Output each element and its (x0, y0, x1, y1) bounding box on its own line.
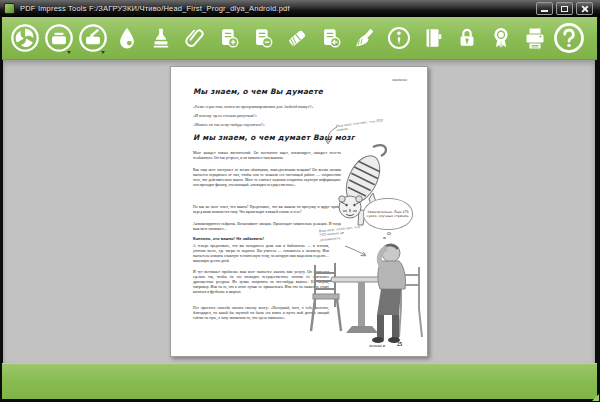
resize-grip[interactable] (592, 394, 599, 401)
emphasis-line: Конечно, это важно! Не забывать! (193, 236, 264, 241)
lock-icon (455, 26, 479, 50)
printer-icon (522, 25, 548, 51)
quote-line: «Разве серьезные книги по программирован… (193, 104, 313, 109)
import-document-button[interactable] (76, 19, 110, 57)
insert-pages-button[interactable] (212, 19, 246, 57)
man-at-desk-photo (301, 237, 428, 345)
stamp-icon (149, 26, 173, 50)
document-canvas[interactable]: введение Мы знаем, о чем Вы думаете «Раз… (3, 60, 595, 363)
page-minus-icon (251, 26, 275, 50)
certify-button[interactable] (484, 19, 518, 57)
body-paragraph: Мозг жаждет новых впечатлений. Он постоя… (193, 151, 341, 161)
titlebar[interactable]: PDF Impress Tools F:/ЗАГРУЗКИ/Чтиво/Head… (0, 0, 600, 17)
section-label: введение (392, 77, 407, 82)
window-controls (533, 2, 593, 15)
help-icon (553, 22, 585, 54)
thought-bubble: Замечательно. Еще 679 сухих, скучных стр… (363, 198, 413, 230)
pdf-impress-logo-icon[interactable] (8, 19, 42, 57)
maximize-button[interactable] (556, 2, 573, 15)
info-icon (386, 25, 412, 51)
thought-bubble-dot (387, 232, 391, 235)
stamp-button[interactable] (144, 19, 178, 57)
footer-next-label: дальше ▸ (369, 343, 385, 348)
watermark-button[interactable] (110, 19, 144, 57)
tiger-annotation: Ваш мозг считает, что ЭТО важно. (336, 118, 389, 133)
aperture-icon (10, 23, 40, 53)
maximize-icon (561, 6, 568, 12)
toolbar (2, 17, 597, 60)
security-button[interactable] (450, 19, 484, 57)
print-button[interactable] (518, 19, 552, 57)
open-portfolio-icon (44, 23, 74, 53)
quote-line: «Можно ли так чему-нибудь научиться?» (193, 122, 265, 127)
page-plus-icon (217, 26, 241, 50)
minimize-button[interactable] (536, 2, 553, 15)
eraser-button[interactable] (280, 19, 314, 57)
app-logo-icon (4, 3, 15, 14)
app-window: PDF Impress Tools F:/ЗАГРУЗКИ/Чтиво/Head… (0, 0, 600, 402)
paperclip-icon (183, 26, 207, 50)
award-ribbon-icon (489, 26, 513, 50)
window-title: PDF Impress Tools F:/ЗАГРУЗКИ/Чтиво/Head… (20, 4, 290, 13)
open-dropdown-caret[interactable] (67, 51, 71, 54)
eraser-icon (285, 26, 309, 50)
body-paragraph: Как наш мозг поступает со всеми обычными… (193, 168, 341, 188)
minimize-icon (541, 10, 548, 12)
ink-drop-icon (115, 26, 139, 50)
help-button[interactable] (552, 19, 586, 57)
book-icon (421, 26, 445, 50)
attachments-button[interactable] (178, 19, 212, 57)
body-paragraph: Но как же мозг знает, что важно? Предста… (193, 205, 341, 215)
navigation-bar: 75% (2, 363, 597, 399)
close-button[interactable] (576, 2, 593, 15)
cleanup-button[interactable] (348, 19, 382, 57)
footer-page-number: 25 (397, 341, 402, 347)
close-icon (581, 5, 589, 13)
broom-icon (353, 26, 377, 50)
quote-line: «И почему здесь столько рисунков?» (193, 113, 257, 118)
open-document-button[interactable] (42, 19, 76, 57)
import-dropdown-caret[interactable] (101, 51, 105, 54)
pdf-page[interactable]: введение Мы знаем, о чем Вы думаете «Раз… (170, 66, 428, 357)
document-info-button[interactable] (382, 19, 416, 57)
bookmarks-button[interactable] (416, 19, 450, 57)
page-heading-1: Мы знаем, о чем Вы думаете (193, 87, 323, 96)
remove-pages-button[interactable] (246, 19, 280, 57)
import-portfolio-icon (78, 23, 108, 53)
extract-pages-button[interactable] (314, 19, 348, 57)
page-extract-icon (319, 26, 343, 50)
